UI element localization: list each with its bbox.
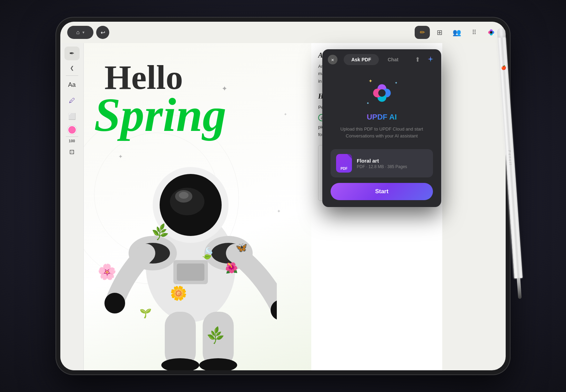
pencil-tool-button[interactable]: ✏ (415, 26, 430, 39)
tab-chat[interactable]: Chat (380, 54, 406, 65)
ai-panel-body: ✦ ✦ ✦ UPDF AI Up (322, 65, 441, 207)
crop-icon: ⊞ (437, 28, 443, 37)
star-deco-4: ✦ (284, 112, 287, 117)
eraser-icon: ⬜ (68, 113, 76, 120)
flower-pink: 🌺 (225, 262, 238, 274)
file-name: Floral art (357, 158, 427, 164)
eraser-tool[interactable]: ⬜ (64, 110, 80, 123)
close-button[interactable]: × (328, 55, 337, 64)
highlight-icon: 🖊 (69, 97, 75, 104)
pencil-tip (517, 278, 522, 299)
text-marker-tool[interactable]: Aa (64, 78, 80, 92)
undo-icon: ↩ (101, 29, 105, 36)
tab-ask-pdf[interactable]: Ask PDF (344, 54, 379, 65)
updf-logo: ✦ ✦ ✦ (366, 78, 397, 109)
settings-icon-button[interactable]: ⬆ (412, 54, 423, 65)
svg-rect-22 (177, 264, 204, 281)
sidebar-tools: ✒ ❮ Aa 🖊 ⬜ (60, 43, 84, 370)
pdf-label: PDF (341, 167, 347, 171)
file-info: Floral art PDF · 12.8 MB · 385 Pages (357, 158, 427, 169)
ai-description: Upload this PDF to UPDF Cloud and start … (331, 126, 433, 140)
pen-icon: ✒ (69, 50, 74, 57)
updf-logo-svg (371, 82, 393, 104)
ipad-screen: ⌂ ▾ ↩ ✏ ⊞ 👥 (60, 22, 506, 370)
pencil-apple-logo: 🍎 (501, 65, 506, 70)
settings-icon: ⬆ (415, 56, 420, 63)
collaborate-button[interactable]: 👥 (449, 26, 464, 39)
flower-orange: 🌸 (98, 263, 117, 281)
crop-button[interactable]: ⊞ (432, 26, 447, 39)
pdf-file-icon: PDF (336, 154, 352, 173)
pencil-label: Pencil (508, 150, 513, 166)
spring-text: Spring (94, 91, 226, 139)
flower-yellow: 🌼 (170, 285, 187, 301)
home-button[interactable]: ⌂ ▾ (67, 26, 93, 39)
ai-sparkle-button[interactable] (425, 54, 436, 65)
star-deco-2: ✦ (118, 153, 123, 160)
divider (66, 75, 78, 76)
sparkle-tr: ✦ (395, 81, 397, 85)
selection-icon: ⊡ (69, 148, 74, 156)
file-card: PDF Floral art PDF · 12.8 MB · 385 Pages (331, 149, 433, 177)
divider2 (66, 136, 78, 137)
pdf-content-area: Hello Spring ✦ ✦ ✦ ✦ 🌸 🌿 🍃 🌼 🌺 (84, 43, 506, 370)
chevron-icon: ❮ (70, 65, 74, 71)
color-dot-pink[interactable] (68, 125, 77, 134)
butterfly: 🦋 (235, 242, 247, 253)
close-icon: × (331, 57, 334, 63)
ai-panel: × Ask PDF Chat ⬆ (322, 49, 441, 207)
svg-point-10 (179, 192, 189, 199)
leaf-green: 🌱 (138, 306, 152, 320)
home-icon: ⌂ (76, 29, 80, 35)
text-marker-icon: Aa (68, 81, 75, 89)
pencil-icon: ✏ (420, 29, 425, 36)
grid-icon: ⠿ (472, 29, 476, 36)
pencil-cap (497, 28, 506, 38)
back-button[interactable]: ↩ (96, 26, 109, 39)
collapse-tool[interactable]: ❮ (64, 62, 80, 73)
file-pages: 385 Pages (387, 164, 407, 169)
ipad-frame: ⌂ ▾ ↩ ✏ ⊞ 👥 (55, 17, 511, 375)
chevron-down-icon: ▾ (82, 30, 84, 35)
star-deco-1: ✦ (222, 84, 228, 93)
sparkle-bl: ✦ (366, 101, 369, 105)
top-bar: ⌂ ▾ ↩ ✏ ⊞ 👥 (60, 22, 506, 43)
zoom-level: 100 (69, 139, 75, 143)
highlight-tool[interactable]: 🖊 (64, 94, 80, 107)
ai-app-name: UPDF AI (367, 113, 397, 122)
sparkle-icon (426, 55, 435, 64)
file-type: PDF (357, 164, 365, 169)
sparkle-tl: ✦ (368, 78, 373, 84)
file-size: 12.8 MB (368, 164, 384, 169)
grid-button[interactable]: ⠿ (466, 26, 482, 39)
spring-poster: Hello Spring ✦ ✦ ✦ ✦ 🌸 🌿 🍃 🌼 🌺 (84, 43, 311, 370)
svg-point-15 (104, 293, 125, 313)
pen-tool[interactable]: ✒ (64, 47, 80, 60)
file-meta: PDF · 12.8 MB · 385 Pages (357, 164, 427, 169)
people-icon: 👥 (453, 28, 461, 37)
svg-point-27 (378, 89, 385, 96)
selection-tool[interactable]: ⊡ (64, 145, 80, 159)
astronaut-figure (104, 136, 277, 370)
star-deco-3: ✦ (277, 208, 281, 214)
ai-panel-header: × Ask PDF Chat ⬆ (322, 49, 441, 65)
start-button[interactable]: Start (331, 183, 433, 200)
